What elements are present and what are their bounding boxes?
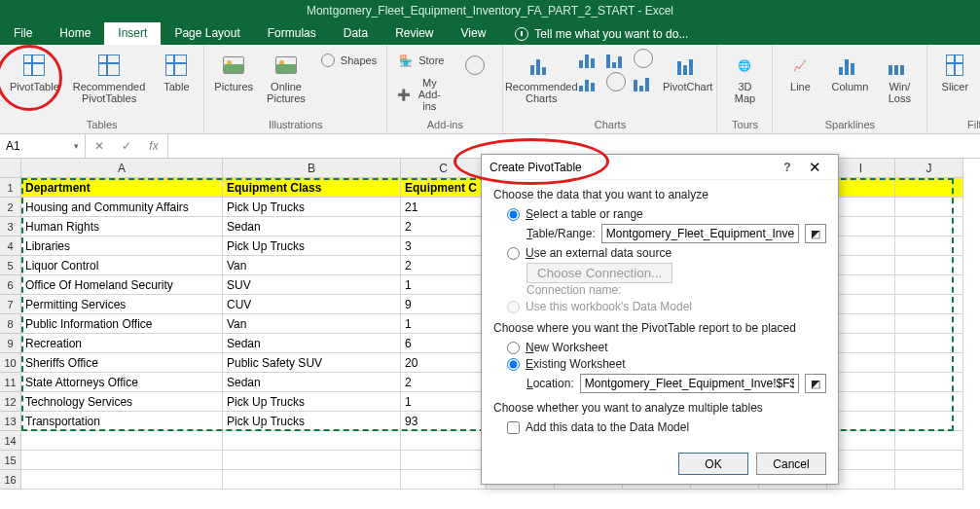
cell[interactable]: Van bbox=[223, 314, 401, 334]
tab-file[interactable]: File bbox=[0, 22, 46, 45]
cell[interactable]: Transportation bbox=[21, 412, 223, 431]
cell[interactable]: 20 bbox=[401, 353, 487, 373]
cell[interactable] bbox=[895, 178, 963, 198]
btn-store[interactable]: 🏪 Store bbox=[393, 49, 448, 72]
row-header[interactable]: 11 bbox=[0, 373, 21, 392]
tablerange-input[interactable] bbox=[601, 224, 799, 243]
cell[interactable]: Technology Services bbox=[21, 392, 223, 412]
cell[interactable]: Van bbox=[223, 256, 401, 275]
cell[interactable] bbox=[223, 470, 401, 490]
tell-me[interactable]: Tell me what you want to do... bbox=[503, 23, 700, 45]
cell[interactable]: 2 bbox=[401, 217, 487, 236]
cell[interactable] bbox=[895, 295, 963, 314]
btn-recommended-charts[interactable]: Recommended Charts bbox=[509, 49, 572, 107]
ok-button[interactable]: OK bbox=[678, 453, 748, 475]
tab-home[interactable]: Home bbox=[46, 22, 104, 45]
cell[interactable] bbox=[895, 198, 963, 217]
row-header[interactable]: 10 bbox=[0, 353, 21, 373]
btn-spark-winloss[interactable]: Win/ Loss bbox=[878, 49, 921, 107]
row-header[interactable]: 5 bbox=[0, 256, 21, 275]
dialog-help-icon[interactable]: ? bbox=[776, 161, 799, 174]
cell[interactable] bbox=[895, 275, 963, 295]
location-input[interactable] bbox=[580, 374, 799, 393]
cell[interactable]: Office Of Homeland Security bbox=[21, 275, 223, 295]
cell[interactable] bbox=[895, 451, 963, 470]
btn-spark-column[interactable]: Column bbox=[827, 49, 872, 95]
cell[interactable] bbox=[21, 451, 223, 470]
cell[interactable] bbox=[223, 451, 401, 470]
col-header-b[interactable]: B bbox=[223, 159, 401, 178]
cell[interactable]: 9 bbox=[401, 295, 487, 314]
btn-pivotchart[interactable]: PivotChart bbox=[665, 49, 711, 95]
radio-existws-input[interactable] bbox=[507, 358, 520, 371]
row-header[interactable]: 1 bbox=[0, 178, 21, 198]
cell[interactable] bbox=[401, 470, 487, 490]
btn-spark-line[interactable]: 📈Line bbox=[779, 49, 821, 95]
cell[interactable]: 2 bbox=[401, 256, 487, 275]
row-header[interactable]: 6 bbox=[0, 275, 21, 295]
dialog-close-icon[interactable]: ✕ bbox=[799, 159, 830, 176]
cell[interactable]: 1 bbox=[401, 314, 487, 334]
cell[interactable] bbox=[895, 431, 963, 451]
row-header[interactable]: 2 bbox=[0, 198, 21, 217]
cell[interactable]: Recreation bbox=[21, 334, 223, 353]
tab-pagelayout[interactable]: Page Layout bbox=[161, 22, 253, 45]
radio-external-input[interactable] bbox=[507, 247, 520, 260]
row-header[interactable]: 4 bbox=[0, 236, 21, 256]
tab-formulas[interactable]: Formulas bbox=[254, 22, 330, 45]
cell[interactable]: 3 bbox=[401, 236, 487, 256]
cell[interactable] bbox=[895, 412, 963, 431]
cell[interactable]: CUV bbox=[223, 295, 401, 314]
namebox-dropdown-icon[interactable]: ▾ bbox=[74, 141, 79, 151]
btn-pivottable[interactable]: PivotTable bbox=[6, 49, 63, 95]
cell[interactable] bbox=[401, 451, 487, 470]
cell[interactable] bbox=[401, 431, 487, 451]
cell[interactable]: Sedan bbox=[223, 217, 401, 236]
tab-data[interactable]: Data bbox=[330, 22, 381, 45]
row-header[interactable]: 9 bbox=[0, 334, 21, 353]
cell[interactable]: State Attorneys Office bbox=[21, 373, 223, 392]
radio-newws-input[interactable] bbox=[507, 342, 520, 354]
cell[interactable]: 6 bbox=[401, 334, 487, 353]
btn-table[interactable]: Table bbox=[155, 49, 198, 95]
cell[interactable] bbox=[895, 236, 963, 256]
cell[interactable]: 21 bbox=[401, 198, 487, 217]
cell[interactable] bbox=[21, 431, 223, 451]
cell[interactable]: 1 bbox=[401, 392, 487, 412]
row-header[interactable]: 13 bbox=[0, 412, 21, 431]
row-header[interactable]: 3 bbox=[0, 217, 21, 236]
cell[interactable] bbox=[895, 470, 963, 490]
cell[interactable] bbox=[895, 392, 963, 412]
cell[interactable] bbox=[21, 470, 223, 490]
btn-online-pictures[interactable]: Online Pictures bbox=[263, 49, 309, 107]
chk-add-dm-input[interactable] bbox=[507, 421, 520, 434]
row-header[interactable]: 12 bbox=[0, 392, 21, 412]
cell[interactable]: Liquor Control bbox=[21, 256, 223, 275]
tab-view[interactable]: View bbox=[448, 22, 500, 45]
cell[interactable] bbox=[895, 256, 963, 275]
cell[interactable] bbox=[223, 431, 401, 451]
btn-shapes[interactable]: Shapes bbox=[315, 49, 381, 72]
fx-icon[interactable]: fx bbox=[140, 139, 167, 153]
name-box[interactable]: A1 ▾ bbox=[0, 134, 86, 158]
col-header-j[interactable]: J bbox=[895, 159, 963, 178]
btn-pictures[interactable]: Pictures bbox=[210, 49, 257, 95]
cell[interactable] bbox=[895, 353, 963, 373]
cell[interactable]: Public Safety SUV bbox=[223, 353, 401, 373]
radio-external[interactable]: Use an external data source bbox=[507, 246, 826, 260]
chart-type-gallery[interactable] bbox=[579, 49, 659, 93]
cell[interactable]: Sedan bbox=[223, 334, 401, 353]
cell[interactable] bbox=[895, 334, 963, 353]
select-all-corner[interactable] bbox=[0, 159, 21, 178]
cell[interactable] bbox=[895, 373, 963, 392]
cell[interactable]: Libraries bbox=[21, 236, 223, 256]
row-header[interactable]: 15 bbox=[0, 451, 21, 470]
cell[interactable]: Pick Up Trucks bbox=[223, 198, 401, 217]
btn-my-addins[interactable]: ➕ My Add-ins bbox=[393, 74, 448, 115]
cell[interactable]: Pick Up Trucks bbox=[223, 412, 401, 431]
tab-review[interactable]: Review bbox=[381, 22, 447, 45]
cell[interactable]: SUV bbox=[223, 275, 401, 295]
cell[interactable]: 93 bbox=[401, 412, 487, 431]
row-header[interactable]: 8 bbox=[0, 314, 21, 334]
row-header[interactable]: 7 bbox=[0, 295, 21, 314]
